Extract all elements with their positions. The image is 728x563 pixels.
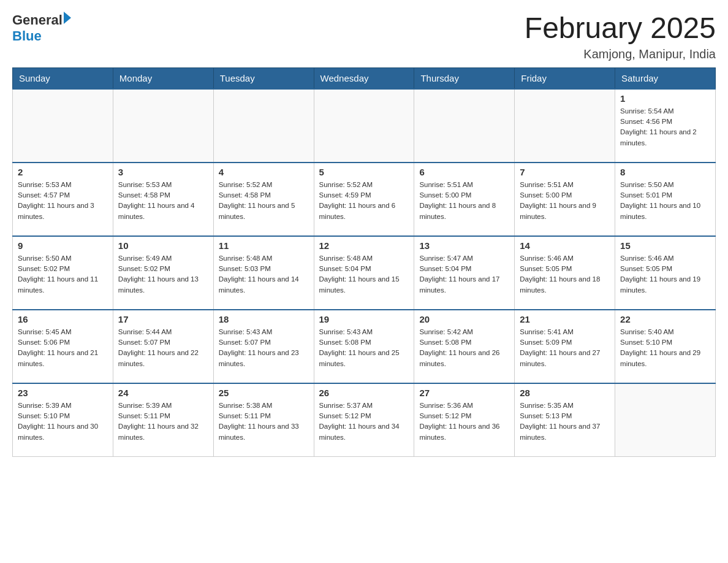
calendar-cell: 11Sunrise: 5:48 AM Sunset: 5:03 PM Dayli… [213,236,314,310]
weekday-header-saturday: Saturday [615,67,716,89]
day-info: Sunrise: 5:49 AM Sunset: 5:02 PM Dayligh… [118,253,208,296]
month-title: February 2025 [525,12,716,45]
day-info: Sunrise: 5:39 AM Sunset: 5:10 PM Dayligh… [18,400,108,443]
calendar-cell: 4Sunrise: 5:52 AM Sunset: 4:58 PM Daylig… [213,163,314,236]
location-title: Kamjong, Manipur, India [525,47,716,61]
day-info: Sunrise: 5:45 AM Sunset: 5:06 PM Dayligh… [18,327,108,369]
day-info: Sunrise: 5:50 AM Sunset: 5:01 PM Dayligh… [620,180,710,222]
calendar-cell: 21Sunrise: 5:41 AM Sunset: 5:09 PM Dayli… [515,310,615,383]
day-info: Sunrise: 5:41 AM Sunset: 5:09 PM Dayligh… [520,327,610,369]
day-number: 8 [620,167,710,177]
calendar-cell: 9Sunrise: 5:50 AM Sunset: 5:02 PM Daylig… [13,236,113,310]
day-number: 21 [520,314,610,324]
logo: General Blue [12,12,71,44]
calendar-cell: 23Sunrise: 5:39 AM Sunset: 5:10 PM Dayli… [13,383,113,457]
calendar-cell: 24Sunrise: 5:39 AM Sunset: 5:11 PM Dayli… [113,383,213,457]
day-number: 10 [118,240,208,251]
day-info: Sunrise: 5:53 AM Sunset: 4:58 PM Dayligh… [118,180,208,222]
day-info: Sunrise: 5:42 AM Sunset: 5:08 PM Dayligh… [419,327,509,369]
day-number: 18 [219,314,309,324]
logo-arrow-icon [64,12,71,24]
day-info: Sunrise: 5:43 AM Sunset: 5:07 PM Dayligh… [219,327,309,369]
day-info: Sunrise: 5:51 AM Sunset: 5:00 PM Dayligh… [419,180,509,222]
weekday-header-thursday: Thursday [414,67,515,89]
day-info: Sunrise: 5:46 AM Sunset: 5:05 PM Dayligh… [520,253,610,296]
day-info: Sunrise: 5:52 AM Sunset: 4:59 PM Dayligh… [319,180,409,222]
day-number: 5 [319,167,409,177]
day-info: Sunrise: 5:36 AM Sunset: 5:12 PM Dayligh… [419,400,509,443]
calendar-cell: 15Sunrise: 5:46 AM Sunset: 5:05 PM Dayli… [615,236,716,310]
calendar-table: SundayMondayTuesdayWednesdayThursdayFrid… [12,67,716,458]
calendar-week-row: 16Sunrise: 5:45 AM Sunset: 5:06 PM Dayli… [13,310,716,383]
weekday-header-sunday: Sunday [13,67,113,89]
calendar-cell [615,383,716,457]
calendar-cell: 12Sunrise: 5:48 AM Sunset: 5:04 PM Dayli… [314,236,414,310]
weekday-header-friday: Friday [515,67,615,89]
day-number: 26 [319,388,409,398]
calendar-cell: 3Sunrise: 5:53 AM Sunset: 4:58 PM Daylig… [113,163,213,236]
calendar-cell: 7Sunrise: 5:51 AM Sunset: 5:00 PM Daylig… [515,163,615,236]
calendar-cell [414,89,515,163]
calendar-cell [213,89,314,163]
page-header: General Blue February 2025 Kamjong, Mani… [12,12,716,61]
calendar-cell: 1Sunrise: 5:54 AM Sunset: 4:56 PM Daylig… [615,89,716,163]
calendar-cell: 6Sunrise: 5:51 AM Sunset: 5:00 PM Daylig… [414,163,515,236]
day-info: Sunrise: 5:46 AM Sunset: 5:05 PM Dayligh… [620,253,710,296]
calendar-cell: 10Sunrise: 5:49 AM Sunset: 5:02 PM Dayli… [113,236,213,310]
day-number: 2 [18,167,108,177]
calendar-cell: 8Sunrise: 5:50 AM Sunset: 5:01 PM Daylig… [615,163,716,236]
calendar-cell [113,89,213,163]
title-section: February 2025 Kamjong, Manipur, India [525,12,716,61]
day-number: 15 [620,240,710,251]
day-info: Sunrise: 5:53 AM Sunset: 4:57 PM Dayligh… [18,180,108,222]
weekday-header-wednesday: Wednesday [314,67,414,89]
calendar-cell [515,89,615,163]
weekday-header-row: SundayMondayTuesdayWednesdayThursdayFrid… [13,67,716,89]
calendar-cell: 17Sunrise: 5:44 AM Sunset: 5:07 PM Dayli… [113,310,213,383]
day-number: 12 [319,240,409,251]
day-number: 9 [18,240,108,251]
day-number: 11 [219,240,309,251]
calendar-cell: 13Sunrise: 5:47 AM Sunset: 5:04 PM Dayli… [414,236,515,310]
calendar-cell: 16Sunrise: 5:45 AM Sunset: 5:06 PM Dayli… [13,310,113,383]
weekday-header-tuesday: Tuesday [213,67,314,89]
calendar-cell [314,89,414,163]
day-info: Sunrise: 5:52 AM Sunset: 4:58 PM Dayligh… [219,180,309,222]
day-number: 27 [419,388,509,398]
calendar-cell: 5Sunrise: 5:52 AM Sunset: 4:59 PM Daylig… [314,163,414,236]
calendar-cell: 26Sunrise: 5:37 AM Sunset: 5:12 PM Dayli… [314,383,414,457]
day-number: 16 [18,314,108,324]
day-info: Sunrise: 5:44 AM Sunset: 5:07 PM Dayligh… [118,327,208,369]
calendar-cell: 2Sunrise: 5:53 AM Sunset: 4:57 PM Daylig… [13,163,113,236]
calendar-cell: 28Sunrise: 5:35 AM Sunset: 5:13 PM Dayli… [515,383,615,457]
day-info: Sunrise: 5:47 AM Sunset: 5:04 PM Dayligh… [419,253,509,296]
day-number: 24 [118,388,208,398]
day-number: 4 [219,167,309,177]
day-number: 14 [520,240,610,251]
calendar-week-row: 2Sunrise: 5:53 AM Sunset: 4:57 PM Daylig… [13,163,716,236]
day-info: Sunrise: 5:50 AM Sunset: 5:02 PM Dayligh… [18,253,108,296]
day-number: 7 [520,167,610,177]
logo-blue-text: Blue [12,28,71,44]
calendar-cell: 18Sunrise: 5:43 AM Sunset: 5:07 PM Dayli… [213,310,314,383]
calendar-week-row: 23Sunrise: 5:39 AM Sunset: 5:10 PM Dayli… [13,383,716,457]
day-info: Sunrise: 5:48 AM Sunset: 5:03 PM Dayligh… [219,253,309,296]
day-info: Sunrise: 5:37 AM Sunset: 5:12 PM Dayligh… [319,400,409,443]
day-number: 19 [319,314,409,324]
day-number: 28 [520,388,610,398]
calendar-week-row: 9Sunrise: 5:50 AM Sunset: 5:02 PM Daylig… [13,236,716,310]
day-number: 6 [419,167,509,177]
day-number: 25 [219,388,309,398]
calendar-cell [13,89,113,163]
day-info: Sunrise: 5:51 AM Sunset: 5:00 PM Dayligh… [520,180,610,222]
day-number: 1 [620,93,710,104]
day-number: 22 [620,314,710,324]
day-info: Sunrise: 5:39 AM Sunset: 5:11 PM Dayligh… [118,400,208,443]
day-info: Sunrise: 5:40 AM Sunset: 5:10 PM Dayligh… [620,327,710,369]
calendar-cell: 27Sunrise: 5:36 AM Sunset: 5:12 PM Dayli… [414,383,515,457]
day-number: 23 [18,388,108,398]
day-number: 20 [419,314,509,324]
calendar-cell: 14Sunrise: 5:46 AM Sunset: 5:05 PM Dayli… [515,236,615,310]
day-number: 13 [419,240,509,251]
calendar-cell: 20Sunrise: 5:42 AM Sunset: 5:08 PM Dayli… [414,310,515,383]
